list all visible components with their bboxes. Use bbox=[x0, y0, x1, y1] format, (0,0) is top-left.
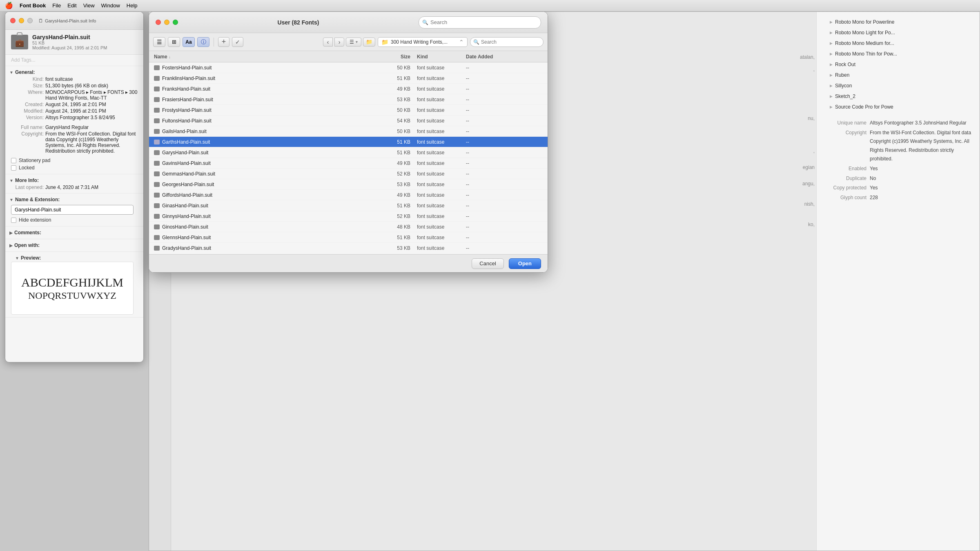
version-label: Version: bbox=[11, 115, 44, 120]
minimize-button[interactable] bbox=[19, 18, 24, 23]
file-row-10[interactable]: GemmasHand-Plain.suit 52 KB font suitcas… bbox=[149, 169, 548, 179]
file-row-3[interactable]: FrasiersHand-Plain.suit 53 KB font suitc… bbox=[149, 94, 548, 105]
file-kind-17: font suitcase bbox=[417, 245, 466, 251]
menu-view[interactable]: View bbox=[83, 2, 95, 9]
file-date-0: -- bbox=[466, 65, 543, 71]
file-row-2[interactable]: FranksHand-Plain.suit 49 KB font suitcas… bbox=[149, 84, 548, 94]
more-info-title[interactable]: ▼ More Info: bbox=[5, 177, 143, 184]
file-row-17[interactable]: GradysHand-Plain.suit 53 KB font suitcas… bbox=[149, 243, 548, 253]
menu-file[interactable]: File bbox=[52, 2, 61, 9]
collection-item-0[interactable]: ▶Roboto Mono for Powerline bbox=[822, 17, 975, 27]
collection-item-5[interactable]: ▶Ruben bbox=[822, 70, 975, 80]
file-size-3: 53 KB bbox=[384, 97, 417, 102]
comments-title[interactable]: ▶ Comments: bbox=[5, 229, 143, 236]
col-date-header[interactable]: Date Added bbox=[466, 54, 543, 60]
info-fullname-row: Full name: GarysHand Regular bbox=[5, 124, 143, 131]
file-kind-5: font suitcase bbox=[417, 118, 466, 124]
file-row-13[interactable]: GinasHand-Plain.suit 51 KB font suitcase… bbox=[149, 200, 548, 211]
suit-icon-17 bbox=[154, 246, 160, 251]
dialog-title: User (82 Fonts) bbox=[183, 19, 414, 26]
file-row-6[interactable]: GailsHand-Plain.suit 50 KB font suitcase… bbox=[149, 126, 548, 137]
file-row-1[interactable]: FranklinsHand-Plain.suit 51 KB font suit… bbox=[149, 73, 548, 84]
file-row-4[interactable]: FrostysHand-Plain.suit 50 KB font suitca… bbox=[149, 105, 548, 116]
apple-menu[interactable]: 🍎 bbox=[5, 2, 13, 9]
file-name-6: GailsHand-Plain.suit bbox=[154, 129, 384, 134]
file-size-13: 51 KB bbox=[384, 203, 417, 209]
nav-search-input[interactable] bbox=[470, 37, 543, 47]
close-button[interactable] bbox=[10, 18, 16, 23]
view-list-btn[interactable]: ☰ bbox=[153, 37, 165, 47]
file-row-16[interactable]: GlennsHand-Plain.suit 51 KB font suitcas… bbox=[149, 232, 548, 243]
check-btn[interactable]: ✓ bbox=[232, 37, 243, 47]
file-date-17: -- bbox=[466, 245, 543, 251]
file-row-9[interactable]: GavinsHand-Plain.suit 49 KB font suitcas… bbox=[149, 158, 548, 169]
file-kind-2: font suitcase bbox=[417, 86, 466, 92]
open-button[interactable]: Open bbox=[509, 258, 541, 269]
file-row-0[interactable]: FostersHand-Plain.suit 50 KB font suitca… bbox=[149, 62, 548, 73]
maximize-button[interactable] bbox=[27, 18, 33, 23]
filename-text-0: FostersHand-Plain.suit bbox=[162, 65, 212, 71]
file-row-15[interactable]: GinosHand-Plain.suit 48 KB font suitcase… bbox=[149, 222, 548, 232]
file-date-16: -- bbox=[466, 235, 543, 240]
back-btn[interactable]: ‹ bbox=[323, 38, 333, 47]
duplicate-label: Duplicate bbox=[822, 174, 866, 183]
menu-fontbook[interactable]: Font Book bbox=[20, 2, 46, 9]
location-btn[interactable]: 📁 bbox=[363, 38, 375, 47]
dialog-close-btn[interactable] bbox=[156, 20, 161, 25]
coll-label-1: Roboto Mono Light for Po... bbox=[835, 30, 895, 36]
file-row-11[interactable]: GeorgesHand-Plain.suit 53 KB font suitca… bbox=[149, 179, 548, 190]
menu-edit[interactable]: Edit bbox=[67, 2, 76, 9]
file-row-14[interactable]: GinnysHand-Plain.suit 52 KB font suitcas… bbox=[149, 211, 548, 222]
preview-section: ▼ Preview: ABCDEFGHIJKLM NOPQRSTUVWXYZ bbox=[5, 252, 143, 318]
file-name-16: GlennsHand-Plain.suit bbox=[154, 235, 384, 240]
tags-bar[interactable]: Add Tags... bbox=[5, 55, 143, 66]
collection-item-8[interactable]: ▶Source Code Pro for Powe bbox=[822, 102, 975, 112]
filename-text-7: GarthsHand-Plain.suit bbox=[162, 139, 210, 145]
open-with-title[interactable]: ▶ Open with: bbox=[5, 242, 143, 249]
view-options-btn[interactable]: ☰ ▾ bbox=[346, 38, 361, 47]
view-font-btn[interactable]: Aa bbox=[183, 37, 195, 47]
add-font-btn[interactable]: + bbox=[218, 37, 229, 47]
file-size-12: 49 KB bbox=[384, 192, 417, 198]
file-row-7[interactable]: GarthsHand-Plain.suit 51 KB font suitcas… bbox=[149, 137, 548, 147]
name-section-title[interactable]: ▼ Name & Extension: bbox=[5, 196, 143, 203]
collection-item-6[interactable]: ▶Sillycon bbox=[822, 80, 975, 91]
menu-help[interactable]: Help bbox=[127, 2, 138, 9]
open-with-label: Open with: bbox=[14, 242, 40, 248]
filename-input[interactable] bbox=[11, 205, 134, 215]
dialog-maximize-btn[interactable] bbox=[173, 20, 178, 25]
bg-text-nu: nu, bbox=[806, 114, 816, 123]
view-grid-btn[interactable]: ⊞ bbox=[168, 37, 180, 47]
col-size-header[interactable]: Size bbox=[384, 54, 417, 60]
preview-title[interactable]: ▼ Preview: bbox=[11, 254, 138, 262]
dialog-search-input[interactable] bbox=[419, 16, 541, 29]
general-section-title[interactable]: ▼ General: bbox=[5, 69, 143, 76]
dialog-minimize-btn[interactable] bbox=[164, 20, 169, 25]
view-info-btn[interactable]: ⓘ bbox=[197, 37, 209, 47]
cancel-button[interactable]: Cancel bbox=[472, 258, 503, 269]
hide-ext-checkbox[interactable] bbox=[11, 218, 16, 223]
file-row-8[interactable]: GarysHand-Plain.suit 51 KB font suitcase… bbox=[149, 147, 548, 158]
collection-item-3[interactable]: ▶Roboto Mono Thin for Pow... bbox=[822, 49, 975, 59]
menu-window[interactable]: Window bbox=[101, 2, 120, 9]
nav-search-container: 🔍 bbox=[470, 37, 543, 47]
locked-checkbox[interactable] bbox=[11, 165, 16, 171]
forward-btn[interactable]: › bbox=[334, 38, 344, 47]
col-name-header[interactable]: Name ↓ bbox=[154, 54, 384, 60]
fullname-value: GarysHand Regular bbox=[45, 124, 138, 130]
collection-item-2[interactable]: ▶Roboto Mono Medium for... bbox=[822, 38, 975, 49]
location-bar[interactable]: 📁 300 Hand Writing Fonts,... ⌃ bbox=[378, 37, 468, 47]
suit-icon-1 bbox=[154, 76, 160, 81]
stationery-checkbox[interactable] bbox=[11, 158, 16, 163]
locked-row: Locked bbox=[5, 164, 143, 171]
col-kind-header[interactable]: Kind bbox=[417, 54, 466, 60]
info-kind-row: Kind: font suitcase bbox=[5, 76, 143, 82]
file-row-5[interactable]: FultonsHand-Plain.suit 54 KB font suitca… bbox=[149, 116, 548, 126]
info-copyright-row: Copyright: From the WSI-Font Collection.… bbox=[5, 131, 143, 154]
file-row-12[interactable]: GiffordsHand-Plain.suit 49 KB font suitc… bbox=[149, 190, 548, 200]
info-size-row: Size: 51,300 bytes (66 KB on disk) bbox=[5, 82, 143, 89]
size-value: 51,300 bytes (66 KB on disk) bbox=[45, 83, 138, 89]
collection-item-1[interactable]: ▶Roboto Mono Light for Po... bbox=[822, 27, 975, 38]
collection-item-4[interactable]: ▶Rock Out bbox=[822, 59, 975, 70]
collection-item-7[interactable]: ▶Sketch_2 bbox=[822, 91, 975, 102]
